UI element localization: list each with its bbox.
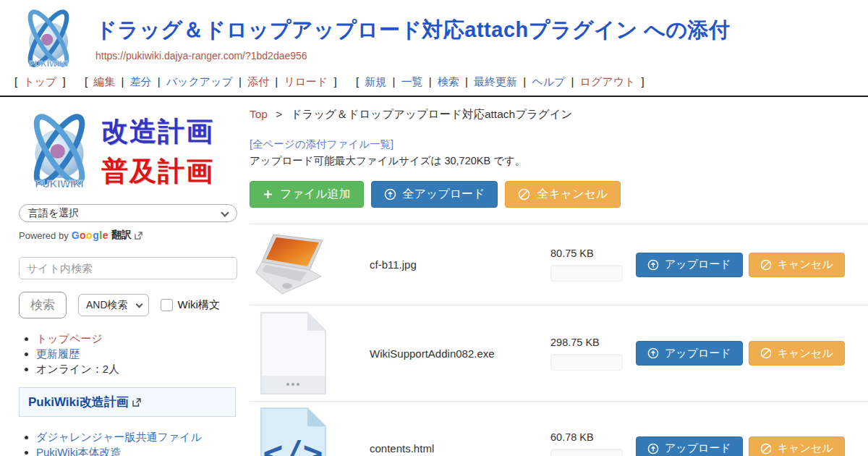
external-link-icon: [132, 398, 141, 407]
chevron-down-icon: [135, 301, 142, 308]
bulk-action-buttons: ファイル追加 全アップロード 全キャンセル: [250, 181, 868, 208]
nav-link-list[interactable]: 一覧: [401, 75, 423, 88]
file-name: WikiSupportAddin082.exe: [370, 347, 550, 360]
ban-circle-icon: [760, 259, 772, 271]
upload-circle-icon: [647, 347, 659, 359]
list-item: ダジャレンジャー版共通ファイル: [36, 431, 239, 444]
logo-fukyu-keikaku: 普及計画: [101, 151, 214, 192]
svg-text:PUKIWIKI: PUKIWIKI: [29, 59, 68, 68]
nav-link-edit[interactable]: 編集: [93, 75, 115, 88]
page-header: PUKIWIKI ドラッグ＆ドロップアップロード対応attachプラグイン への…: [0, 0, 868, 71]
sidebar-link-update-history[interactable]: 更新履歴: [36, 347, 80, 360]
nav-link-recent[interactable]: 最終更新: [474, 75, 517, 88]
sidebar-link-toppage[interactable]: トップページ: [36, 332, 103, 345]
nav-link-logout[interactable]: ログアウト: [580, 75, 636, 88]
sidebar-link-core-mod[interactable]: PukiWiki本体改造: [36, 446, 122, 456]
ban-circle-icon: [760, 347, 772, 359]
pukiwiki-atom-logo-icon: PUKIWIKI: [19, 107, 100, 195]
ban-circle-icon: [760, 443, 772, 455]
nav-group-3: [ 新規 | 一覧 | 検索 | 最終更新 | ヘルプ | ログアウト ]: [353, 75, 647, 88]
list-item: PukiWiki本体改造: [36, 446, 239, 456]
sidebar-section-header[interactable]: PukiWiki改造計画: [19, 387, 236, 417]
chevron-down-icon: [221, 208, 229, 216]
nav-link-search[interactable]: 検索: [438, 75, 459, 88]
breadcrumb-top-link[interactable]: Top: [250, 108, 268, 120]
wiki-syntax-label: Wiki構文: [178, 298, 220, 312]
cancel-all-button[interactable]: 全キャンセル: [505, 181, 621, 208]
upload-progress-bar: [550, 449, 623, 456]
nav-link-diff[interactable]: 差分: [130, 75, 152, 88]
file-size: 80.75 KB: [550, 248, 626, 259]
nav-link-top[interactable]: トップ: [23, 75, 56, 88]
nav-group-1: [ トップ ]: [12, 75, 72, 88]
external-link-icon: [135, 232, 142, 240]
breadcrumb-current: ドラッグ＆ドロップアップロード対応attachプラグイン: [291, 108, 573, 120]
file-name: contents.html: [370, 442, 550, 455]
upload-progress-bar: [550, 354, 623, 371]
page-title: ドラッグ＆ドロップアップロード対応attachプラグイン への添付: [95, 16, 731, 45]
wiki-syntax-checkbox[interactable]: [161, 299, 173, 311]
file-size: 60.78 KB: [550, 431, 626, 443]
laptop-photo-thumbnail: [256, 234, 331, 295]
nav-group-2: [ 編集 | 差分 | バックアップ | 添付 | リロード ]: [82, 75, 343, 88]
html-code-file-icon: </>: [256, 407, 331, 456]
logo-kaizo-keikaku: 改造計画: [101, 111, 214, 152]
nav-link-help[interactable]: ヘルプ: [532, 75, 565, 88]
google-logo-text: Google: [72, 229, 109, 241]
sidebar-link-common-files[interactable]: ダジャレンジャー版共通ファイル: [36, 431, 202, 443]
list-item: トップページ: [36, 332, 239, 346]
sidebar-logo: PUKIWIKI 改造計画 普及計画: [19, 107, 239, 195]
upload-all-button[interactable]: 全アップロード: [371, 181, 498, 208]
upload-file-list: cf-b11.jpg 80.75 KB アップロード: [250, 224, 868, 456]
upload-circle-icon: [647, 259, 659, 271]
search-button[interactable]: 検索: [19, 292, 67, 318]
top-navbar: [ トップ ] [ 編集 | 差分 | バックアップ | 添付 | リロード ]…: [0, 71, 868, 97]
breadcrumb: Top > ドラッグ＆ドロップアップロード対応attachプラグイン: [250, 107, 868, 122]
sidebar-logo-text: 改造計画 普及計画: [101, 111, 214, 192]
nav-link-backup[interactable]: バックアップ: [166, 75, 233, 88]
cancel-button[interactable]: キャンセル: [749, 253, 845, 277]
site-search-input[interactable]: [19, 257, 237, 279]
language-select[interactable]: 言語を選択: [19, 204, 237, 222]
add-files-button[interactable]: ファイル追加: [250, 181, 364, 208]
cancel-button[interactable]: キャンセル: [749, 436, 845, 456]
file-row: cf-b11.jpg 80.75 KB アップロード: [250, 224, 868, 305]
sidebar-links-top: トップページ 更新履歴 オンライン：2人: [19, 332, 239, 376]
svg-text:PUKIWIKI: PUKIWIKI: [35, 178, 83, 190]
generic-file-icon: [256, 311, 331, 395]
main-content: Top > ドラッグ＆ドロップアップロード対応attachプラグイン [全ページ…: [250, 97, 868, 456]
cancel-button[interactable]: キャンセル: [749, 341, 845, 366]
online-count: オンライン：2人: [36, 363, 239, 376]
pukiwiki-atom-logo-icon: PUKIWIKI: [12, 6, 85, 71]
plus-icon: [263, 189, 273, 200]
upload-button[interactable]: アップロード: [636, 341, 743, 366]
upload-circle-icon: [384, 188, 396, 200]
all-attachments-link[interactable]: [全ページの添付ファイル一覧]: [250, 138, 393, 151]
file-size: 298.75 KB: [550, 337, 626, 348]
nav-link-new[interactable]: 新規: [365, 75, 386, 88]
and-or-select[interactable]: AND検索: [78, 294, 149, 316]
upload-button[interactable]: アップロード: [636, 253, 743, 277]
list-item: 更新履歴: [36, 347, 239, 361]
upload-progress-bar: [550, 265, 623, 282]
page-url[interactable]: https://pukiwiki.dajya-ranger.com/?1bd2d…: [95, 50, 731, 62]
upload-circle-icon: [647, 443, 659, 455]
google-translate-attribution: Powered by Google 翻訳: [19, 229, 239, 242]
file-name: cf-b11.jpg: [370, 258, 550, 271]
upload-button[interactable]: アップロード: [636, 436, 743, 456]
max-upload-size-text: アップロード可能最大ファイルサイズは 30,720KB です。: [250, 154, 868, 168]
sidebar: PUKIWIKI 改造計画 普及計画 言語を選択 Powered by Goog…: [0, 97, 250, 456]
nav-link-reload[interactable]: リロード: [284, 75, 328, 88]
search-controls: 検索 AND検索 Wiki構文: [19, 292, 239, 318]
file-row: WikiSupportAddin082.exe 298.75 KB アップロード: [250, 305, 868, 401]
svg-text:</>: </>: [263, 434, 323, 456]
nav-link-attach[interactable]: 添付: [247, 75, 269, 88]
breadcrumb-separator: >: [276, 108, 282, 120]
ban-circle-icon: [518, 188, 530, 200]
sidebar-links-plugins: ダジャレンジャー版共通ファイル PukiWiki本体改造 PukiWikiテキス…: [19, 431, 239, 456]
file-row: </> contents.html 60.78 KB アップロード: [250, 401, 868, 456]
